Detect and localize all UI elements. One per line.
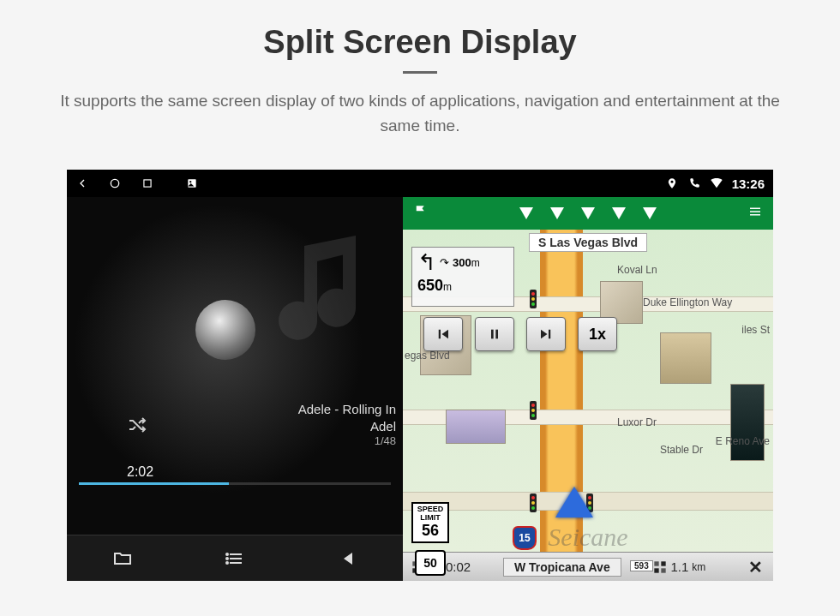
lane-arrows (519, 207, 657, 219)
dist-unit: km (692, 561, 705, 573)
uturn-icon: ↷ (440, 256, 449, 269)
route-shield: 50 (415, 550, 446, 576)
lane-arrow-icon (519, 207, 533, 219)
elapsed-time: 2:02 (127, 464, 153, 480)
svg-point-10 (226, 562, 228, 564)
road-label: egas Blvd (405, 350, 450, 362)
album-art-placeholder (195, 300, 255, 360)
progress-bar[interactable] (79, 482, 391, 485)
building (730, 384, 765, 461)
previous-track-icon[interactable] (336, 547, 358, 570)
next-step-button[interactable] (526, 317, 566, 351)
phone-icon (687, 176, 701, 190)
close-button[interactable]: ✕ (738, 557, 773, 577)
music-note-icon (266, 223, 394, 351)
svg-rect-14 (439, 330, 441, 339)
lane-guidance-bar (403, 197, 773, 230)
music-toolbar (67, 535, 403, 581)
wifi-icon (710, 176, 723, 190)
speed-limit-value: 56 (413, 523, 447, 540)
watermark: Seicane (548, 523, 627, 552)
current-street-label: S Las Vegas Blvd (529, 233, 647, 252)
lane-arrow-icon (581, 207, 595, 219)
time-to-dest: 0:02 (446, 559, 471, 574)
road-label: Duke Ellington Way (643, 296, 732, 308)
page-title: Split Screen Display (0, 24, 840, 61)
track-index: 1/48 (298, 434, 396, 449)
track-title: Adele - Rolling In (298, 401, 396, 418)
svg-point-0 (111, 179, 118, 187)
menu-icon[interactable] (747, 204, 763, 224)
turn-left-icon: ↰ (417, 251, 436, 273)
playback-controls: 1x (423, 317, 617, 351)
folder-icon[interactable] (111, 547, 134, 570)
svg-point-9 (226, 558, 228, 559)
road-label: iles St (741, 324, 770, 336)
pause-button[interactable] (475, 317, 514, 351)
building (446, 410, 506, 444)
title-underline (403, 71, 437, 74)
back-icon[interactable] (75, 176, 89, 190)
road-label: E Reno Ave (716, 435, 770, 447)
page-subtitle: It supports the same screen display of t… (43, 89, 797, 138)
svg-rect-1 (144, 180, 151, 187)
next-turn-unit: m (471, 257, 480, 269)
svg-rect-15 (491, 330, 494, 339)
track-info: Adele - Rolling In Adel 1/48 (298, 401, 396, 449)
track-artist: Adel (298, 418, 396, 435)
road-label: Stable Dr (660, 444, 703, 456)
shuffle-icon[interactable] (127, 415, 147, 440)
home-icon[interactable] (108, 176, 122, 190)
road-label: Luxor Dr (617, 416, 657, 428)
next-turn-distance: 300 (453, 256, 471, 269)
vehicle-cursor-icon (555, 487, 593, 517)
speed-limit-sign: SPEED LIMIT 56 (411, 502, 449, 543)
lane-arrow-icon (550, 207, 564, 219)
svg-point-4 (670, 181, 673, 183)
dist-group[interactable]: 1.1 km (645, 559, 714, 574)
svg-rect-16 (495, 330, 498, 339)
traffic-light-icon (530, 493, 537, 512)
navigation-panel: S Las Vegas Blvd ↰ ↷ 300m 650m (403, 197, 773, 581)
address-number: 593 (630, 560, 653, 571)
recent-apps-icon[interactable] (141, 176, 154, 190)
lane-arrow-icon (643, 207, 657, 219)
main-turn-unit: m (443, 281, 452, 293)
dist-to-dest: 1.1 (670, 559, 688, 574)
device-screenshot: 13:26 Adele - Rolling In Adel 1/48 2:02 (67, 170, 773, 581)
location-icon (665, 176, 679, 190)
bottom-street-label: W Tropicana Ave 593 (503, 558, 621, 577)
main-turn-distance: 650 (417, 277, 443, 294)
music-panel: Adele - Rolling In Adel 1/48 2:02 (67, 197, 403, 581)
flag-icon[interactable] (413, 204, 429, 224)
traffic-light-icon (530, 401, 537, 420)
svg-rect-23 (655, 561, 659, 565)
traffic-light-icon (530, 290, 537, 308)
svg-point-3 (189, 181, 191, 182)
lane-arrow-icon (612, 207, 626, 219)
svg-point-8 (226, 553, 228, 555)
interstate-shield: 15 (513, 526, 537, 550)
progress-fill (79, 482, 229, 485)
svg-rect-17 (549, 330, 550, 339)
svg-rect-25 (655, 568, 659, 572)
speed-limit-label: SPEED LIMIT (413, 505, 447, 523)
picture-icon[interactable] (185, 176, 199, 190)
turn-instruction-box[interactable]: ↰ ↷ 300m 650m (411, 247, 514, 307)
svg-rect-24 (662, 561, 666, 565)
android-status-bar: 13:26 (67, 170, 773, 197)
road-label: Koval Ln (617, 264, 657, 276)
svg-rect-26 (662, 568, 666, 572)
prev-step-button[interactable] (423, 317, 463, 351)
building (660, 332, 711, 384)
status-time: 13:26 (732, 176, 765, 191)
speed-button[interactable]: 1x (578, 317, 617, 351)
playlist-icon[interactable] (224, 547, 246, 570)
nav-bottom-bar: 0:02 W Tropicana Ave 593 1.1 km ✕ (403, 552, 773, 581)
